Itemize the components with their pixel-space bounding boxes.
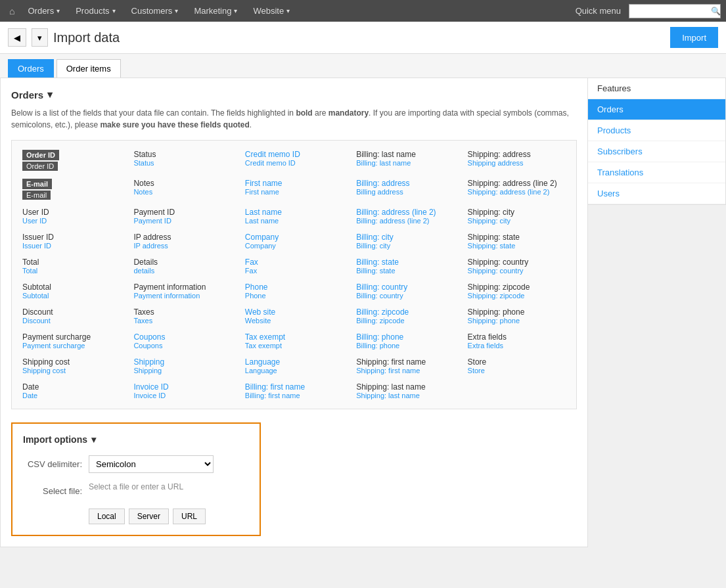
field-store: Store Store [464, 355, 570, 377]
field-billing-first-name: Billing: first name Billing: first name [241, 380, 347, 402]
field-billing-address-line2: Billing: address (line 2) Billing: addre… [352, 205, 458, 227]
orders-chevron-icon: ▾ [57, 7, 60, 14]
nav-website[interactable]: Website ▾ [246, 0, 296, 22]
home-icon[interactable]: ⌂ [5, 3, 18, 19]
field-language: Language Language [241, 355, 347, 377]
field-total: Total Total [18, 255, 124, 277]
sidebar-item-orders[interactable]: Orders [588, 99, 725, 120]
sidebar: Features Orders Products Subscribers Tra… [588, 78, 726, 205]
sidebar-item-users[interactable]: Users [588, 183, 725, 204]
sidebar-item-subscribers[interactable]: Subscribers [588, 141, 725, 162]
fields-grid: Order ID Order ID Status Status Credit m… [11, 140, 577, 409]
field-subtotal: Subtotal Subtotal [18, 280, 124, 302]
search-input[interactable] [629, 5, 708, 17]
csv-delimiter-label: CSV delimiter: [23, 459, 82, 469]
import-options-arrow-icon[interactable]: ▾ [91, 434, 96, 445]
field-coupons: Coupons Coupons [129, 330, 235, 352]
search-box: 🔍 [629, 4, 721, 18]
field-payment-info: Payment information Payment information [129, 280, 235, 302]
top-nav: ⌂ Orders ▾ Products ▾ Customers ▾ Market… [0, 0, 726, 22]
field-tax-exempt: Tax exempt Tax exempt [241, 330, 347, 352]
field-payment-id: Payment ID Payment ID [129, 205, 235, 227]
sidebar-users-link[interactable]: Users [597, 189, 620, 198]
toolbar: ◀ ▾ Import data Import [0, 22, 726, 54]
csv-delimiter-select[interactable]: Comma Semicolon Tab Pipe [89, 455, 214, 473]
field-company: Company Company [241, 230, 347, 252]
nav-products[interactable]: Products ▾ [69, 0, 122, 22]
field-details: Details details [129, 255, 235, 277]
import-options-box: Import options ▾ CSV delimiter: Comma Se… [11, 422, 261, 536]
field-billing-city: Billing: city Billing: city [352, 230, 458, 252]
field-payment-surcharge: Payment surcharge Payment surcharge [18, 330, 124, 352]
field-email: E-mail E-mail [18, 176, 124, 202]
import-options-title: Import options [23, 434, 87, 445]
import-options-header: Import options ▾ [23, 434, 249, 445]
tab-order-items[interactable]: Order items [57, 59, 121, 78]
field-website: Web site Website [241, 305, 347, 327]
field-billing-zipcode: Billing: zipcode Billing: zipcode [352, 305, 458, 327]
select-file-label: Select file: [23, 486, 82, 496]
file-hint: Select a file or enter a URL [89, 482, 183, 491]
field-credit-memo-id: Credit memo ID Credit memo ID [241, 147, 347, 173]
field-empty [464, 380, 570, 402]
field-phone: Phone Phone [241, 280, 347, 302]
field-discount: Discount Discount [18, 305, 124, 327]
file-buttons: Local Server URL [89, 509, 249, 524]
field-shipping: Shipping Shipping [129, 355, 235, 377]
field-shipping-last-name: Shipping: last name Shipping: last name [352, 380, 458, 402]
field-first-name: First name First name [241, 176, 347, 202]
import-button[interactable]: Import [670, 27, 718, 48]
field-last-name: Last name Last name [241, 205, 347, 227]
field-shipping-phone: Shipping: phone Shipping: phone [464, 305, 570, 327]
search-icon[interactable]: 🔍 [708, 5, 723, 17]
server-button[interactable]: Server [129, 509, 169, 524]
products-chevron-icon: ▾ [112, 7, 116, 14]
field-extra-fields: Extra fields Extra fields [464, 330, 570, 352]
sidebar-translations-link[interactable]: Translations [597, 168, 643, 177]
local-button[interactable]: Local [89, 509, 125, 524]
field-billing-state: Billing: state Billing: state [352, 255, 458, 277]
dropdown-button[interactable]: ▾ [32, 28, 48, 47]
marketing-chevron-icon: ▾ [234, 7, 237, 14]
sidebar-item-products[interactable]: Products [588, 120, 725, 141]
customers-chevron-icon: ▾ [175, 7, 178, 14]
select-file-row: Select file: Select a file or enter a UR… [23, 482, 249, 499]
field-order-id: Order ID Order ID [18, 147, 124, 173]
field-billing-address: Billing: address Billing address [352, 176, 458, 202]
url-button[interactable]: URL [173, 509, 206, 524]
quick-menu-link[interactable]: Quick menu [570, 3, 626, 18]
tab-bar: Orders Order items [0, 54, 726, 78]
field-shipping-first-name: Shipping: first name Shipping: first nam… [352, 355, 458, 377]
field-shipping-country: Shipping: country Shipping: country [464, 255, 570, 277]
field-date: Date Date [18, 380, 124, 402]
csv-delimiter-row: CSV delimiter: Comma Semicolon Tab Pipe [23, 455, 249, 473]
field-billing-country: Billing: country Billing: country [352, 280, 458, 302]
field-billing-phone: Billing: phone Billing: phone [352, 330, 458, 352]
field-issuer-id: Issuer ID Issuer ID [18, 230, 124, 252]
field-taxes: Taxes Taxes [129, 305, 235, 327]
main-layout: Orders ▾ Below is a list of the fields t… [0, 78, 726, 547]
sidebar-item-translations[interactable]: Translations [588, 162, 725, 183]
sidebar-item-features[interactable]: Features [588, 78, 725, 99]
back-button[interactable]: ◀ [8, 28, 26, 47]
website-chevron-icon: ▾ [286, 7, 290, 14]
field-shipping-address-line2: Shipping: address (line 2) Shipping: add… [464, 176, 570, 202]
field-shipping-state: Shipping: state Shipping: state [464, 230, 570, 252]
sidebar-subscribers-link[interactable]: Subscribers [597, 147, 643, 156]
nav-marketing[interactable]: Marketing ▾ [187, 0, 244, 22]
page-title: Import data [53, 30, 665, 45]
section-title: Orders [11, 89, 43, 101]
field-fax: Fax Fax [241, 255, 347, 277]
field-notes: Notes Notes [129, 176, 235, 202]
section-arrow-icon[interactable]: ▾ [47, 89, 53, 101]
field-shipping-city: Shipping: city Shipping: city [464, 205, 570, 227]
field-invoice-id: Invoice ID Invoice ID [129, 380, 235, 402]
nav-orders[interactable]: Orders ▾ [21, 0, 66, 22]
field-shipping-address: Shipping: address Shipping address [464, 147, 570, 173]
tab-orders[interactable]: Orders [8, 59, 54, 78]
sidebar-products-link[interactable]: Products [597, 125, 631, 135]
nav-customers[interactable]: Customers ▾ [125, 0, 185, 22]
field-billing-last-name: Billing: last name Billing: last name [352, 147, 458, 173]
field-shipping-zipcode: Shipping: zipcode Shipping: zipcode [464, 280, 570, 302]
info-text: Below is a list of the fields that your … [11, 107, 577, 131]
